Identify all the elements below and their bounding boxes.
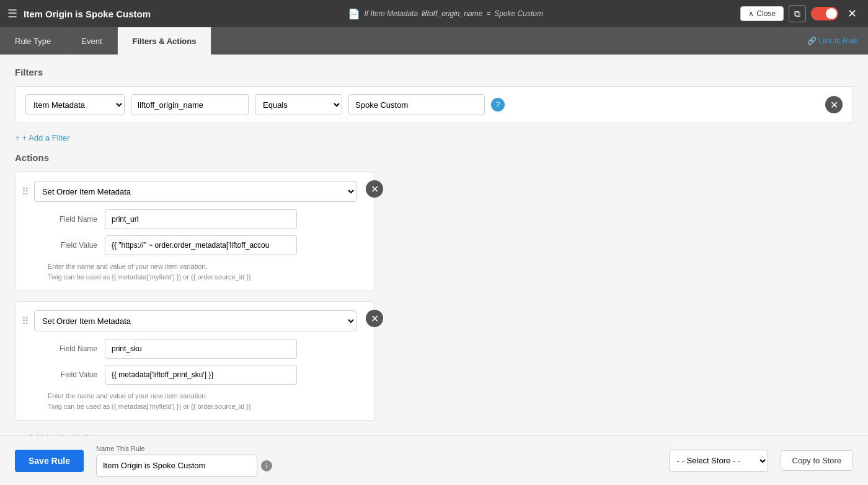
drag-handle-1[interactable]: ⠿ (22, 186, 29, 198)
action-field-value-row-2: Field Value (16, 365, 364, 385)
condition-summary: 📄 If Item Metadata liftoff_origin_name =… (157, 8, 734, 20)
footer: Save Rule Name This Rule i - - Select St… (0, 435, 868, 485)
action-hint-1: Enter the name and value of your new ite… (16, 261, 364, 282)
action-field-value-row-1: Field Value (16, 235, 364, 255)
rule-name-info-icon[interactable]: i (261, 460, 272, 471)
condition-value: Spoke Custom (494, 9, 543, 18)
menu-icon[interactable]: ☰ (7, 7, 17, 20)
rule-name-input[interactable] (96, 455, 257, 477)
filter-help-icon[interactable]: ? (491, 98, 505, 111)
tab-rule-type[interactable]: Rule Type (0, 27, 66, 55)
name-rule-group: Name This Rule i (96, 445, 272, 477)
select-store-select[interactable]: - - Select Store - - (669, 450, 768, 472)
page-title: Item Origin is Spoke Custom (24, 9, 151, 19)
doc-icon: 📄 (348, 8, 360, 20)
tab-filters-actions[interactable]: Filters & Actions (118, 27, 212, 55)
add-action-icon: + (15, 433, 20, 435)
name-rule-label: Name This Rule (96, 445, 272, 452)
field-name-input-2[interactable] (105, 339, 297, 359)
field-value-input-1[interactable] (105, 235, 297, 255)
field-value-input-2[interactable] (105, 365, 297, 385)
add-filter-icon: + (15, 133, 20, 142)
filter-field-input[interactable] (131, 94, 249, 115)
filters-title: Filters (15, 67, 853, 77)
title-bar: ☰ Item Origin is Spoke Custom 📄 If Item … (0, 0, 868, 27)
main-content: Filters Item Metadata Equals Not Equals … (0, 55, 868, 435)
tab-event[interactable]: Event (66, 27, 117, 55)
add-filter-link[interactable]: + + Add a Filter (15, 133, 70, 142)
close-x-button[interactable]: ✕ (843, 5, 861, 22)
filter-operator-select[interactable]: Equals Not Equals Contains Does Not Cont… (255, 94, 342, 115)
condition-op: = (486, 9, 490, 18)
field-name-label-2: Field Name (48, 344, 97, 353)
action-card-1: ⠿ Set Order Item Metadata Field Name Fie… (15, 172, 374, 291)
filter-remove-button[interactable]: ✕ (825, 96, 843, 113)
action-remove-button-1[interactable]: ✕ (366, 180, 383, 198)
action-type-select-2[interactable]: Set Order Item Metadata (34, 310, 356, 331)
name-rule-row: i (96, 455, 272, 477)
copy-icon-button[interactable]: ⧉ (789, 5, 806, 22)
copy-to-store-button[interactable]: Copy to Store (781, 450, 854, 471)
action-remove-button-2[interactable]: ✕ (366, 310, 383, 327)
close-button[interactable]: ∧ Close (740, 6, 784, 21)
toggle-switch[interactable] (811, 7, 838, 20)
title-bar-actions: ∧ Close ⧉ ✕ (740, 5, 861, 22)
field-name-input-1[interactable] (105, 209, 297, 229)
action-field-name-row-2: Field Name (16, 339, 364, 359)
save-rule-button[interactable]: Save Rule (15, 450, 84, 472)
action-header-1: ⠿ Set Order Item Metadata (16, 181, 364, 202)
condition-field: liftoff_origin_name (422, 9, 482, 18)
filter-row: Item Metadata Equals Not Equals Contains… (15, 86, 853, 123)
action-field-name-row-1: Field Name (16, 209, 364, 229)
filter-type-select[interactable]: Item Metadata (25, 94, 125, 115)
tabs-bar: Rule Type Event Filters & Actions 🔗 Link… (0, 27, 868, 55)
filter-value-input[interactable] (348, 94, 485, 115)
field-value-label-2: Field Value (48, 370, 97, 379)
action-header-2: ⠿ Set Order Item Metadata (16, 310, 364, 331)
add-action-link[interactable]: + + Add Another Action (15, 433, 97, 435)
link-icon: 🔗 (807, 37, 817, 45)
actions-title: Actions (15, 152, 853, 163)
field-value-label-1: Field Value (48, 241, 97, 250)
action-type-select-1[interactable]: Set Order Item Metadata (34, 181, 356, 202)
condition-if: If Item Metadata (364, 9, 418, 18)
close-chevron: ∧ (748, 9, 754, 18)
field-name-label-1: Field Name (48, 215, 97, 224)
link-to-rule[interactable]: 🔗 Link to Rule (807, 37, 868, 45)
action-card-2: ⠿ Set Order Item Metadata Field Name Fie… (15, 301, 374, 421)
drag-handle-2[interactable]: ⠿ (22, 315, 29, 327)
action-hint-2: Enter the name and value of your new ite… (16, 391, 364, 411)
